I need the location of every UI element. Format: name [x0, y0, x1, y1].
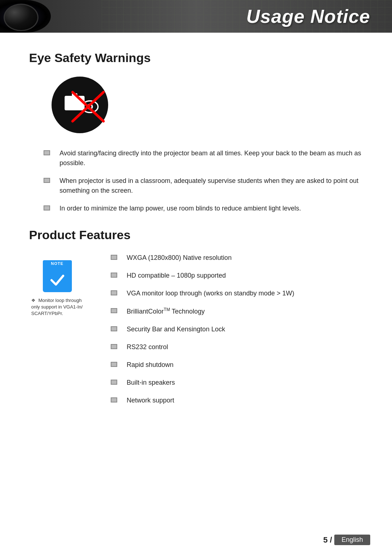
header-bar: Usage Notice: [0, 0, 392, 33]
svg-rect-1: [65, 96, 85, 110]
bullet-icon: [111, 254, 120, 261]
svg-rect-21: [111, 309, 117, 312]
page-footer: 5 / English: [323, 535, 370, 545]
note-text: ❖ Monitor loop through only support in V…: [29, 297, 85, 317]
product-features-title: Product Features: [29, 228, 363, 242]
svg-rect-17: [111, 273, 117, 277]
list-item: BrilliantColorTM Technology: [111, 306, 363, 316]
list-item: Built-in speakers: [111, 378, 363, 388]
svg-rect-23: [111, 327, 117, 331]
svg-rect-31: [111, 398, 117, 402]
bullet-icon: [111, 361, 120, 368]
svg-rect-27: [111, 363, 117, 366]
main-content: Eye Safety Warnings Avoid staring/facing…: [0, 33, 392, 457]
page-number: 5: [323, 535, 328, 545]
bullet-icon: [111, 397, 120, 404]
svg-rect-9: [44, 151, 49, 155]
svg-rect-13: [44, 206, 49, 210]
bullet-icon: [44, 205, 53, 212]
eye-safety-icon: [51, 76, 109, 134]
note-icon-box: [43, 267, 72, 292]
note-box: NOTE ❖ Monitor loop through only support…: [29, 260, 85, 317]
list-item: RS232 control: [111, 342, 363, 352]
list-item: Avoid staring/facing directly into the p…: [44, 148, 363, 168]
bullet-icon: [111, 290, 120, 297]
list-item: HD compatible – 1080p supported: [111, 271, 363, 281]
list-item: In order to minimize the lamp power, use…: [44, 204, 363, 213]
product-features-section: Product Features NOTE ❖ Monitor loop thr…: [29, 228, 363, 428]
bullet-icon: [111, 326, 120, 333]
svg-rect-15: [111, 255, 117, 259]
bullet-icon: [44, 177, 53, 184]
page-divider: /: [330, 535, 332, 545]
list-item: VGA monitor loop through (works on stand…: [111, 289, 363, 298]
bullet-icon: [111, 379, 120, 386]
checkmark-icon: [49, 271, 66, 288]
brilliantcolor-text: BrilliantColorTM Technology: [127, 306, 205, 316]
svg-rect-29: [111, 380, 117, 384]
note-bullet-symbol: ❖: [31, 297, 36, 304]
bullet-icon: [111, 343, 120, 351]
bullet-icon: [44, 150, 53, 157]
page-title: Usage Notice: [246, 5, 370, 27]
note-badge: NOTE: [43, 260, 72, 267]
svg-rect-19: [111, 291, 117, 295]
list-item: WXGA (1280x800) Native resolution: [111, 253, 363, 263]
features-list: WXGA (1280x800) Native resolution HD com…: [111, 253, 363, 413]
svg-rect-25: [111, 345, 117, 348]
list-item: Security Bar and Kensington Lock: [111, 324, 363, 334]
list-item: When projector is used in a classroom, a…: [44, 176, 363, 196]
list-item: Network support: [111, 396, 363, 405]
bullet-icon: [111, 272, 120, 279]
language-label: English: [334, 535, 370, 545]
eye-safety-title: Eye Safety Warnings: [29, 51, 363, 65]
svg-rect-11: [44, 179, 49, 182]
eye-safety-list: Avoid staring/facing directly into the p…: [44, 148, 363, 213]
features-layout: NOTE ❖ Monitor loop through only support…: [29, 253, 363, 428]
bullet-icon: [111, 307, 120, 315]
list-item: Rapid shutdown: [111, 360, 363, 370]
lens-decoration: [0, 0, 51, 33]
